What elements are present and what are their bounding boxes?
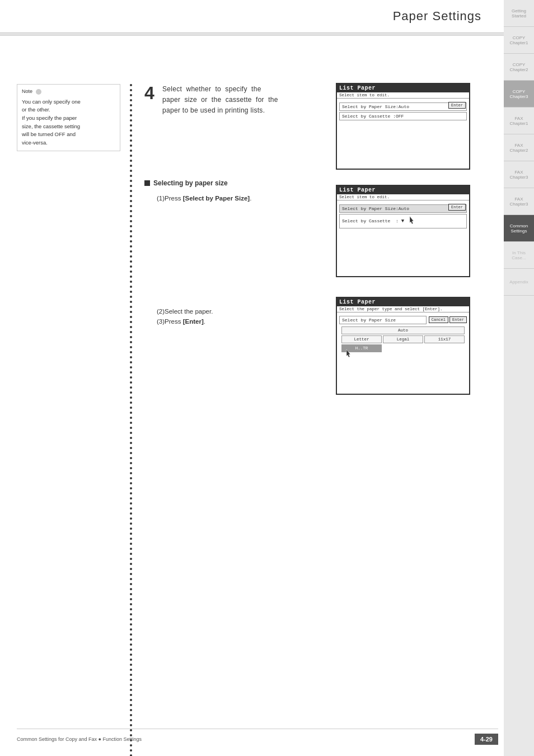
footer: Common Settings for Copy and Fax ● Funct… (17, 729, 498, 745)
page-header: Paper Settings (0, 0, 504, 34)
footer-text: Common Settings for Copy and Fax ● Funct… (17, 736, 142, 742)
sidebar-item-common-settings[interactable]: Common Settings (504, 215, 534, 242)
screen3-enter-btn[interactable]: Enter (449, 316, 467, 323)
sidebar-item-fax1[interactable]: FAX Chapter1 (504, 108, 534, 134)
screen2-body: Enter Select by Paper Size:Auto Select b… (337, 200, 469, 232)
note-circle-icon (36, 89, 41, 95)
screen-mockup-1: List Paper Select item to edit. Enter Se… (336, 83, 470, 170)
sidebar-item-getting-started[interactable]: Getting Started (504, 0, 534, 27)
sub-step-1: (1)Press [Select by Paper Size]. (157, 195, 251, 202)
sidebar-item-copy1[interactable]: COPY Chapter1 (504, 27, 534, 54)
screen3-subtitle: Select the paper type and select [Enter]… (337, 306, 469, 312)
cursor2-icon (344, 349, 354, 360)
screen2-row-2: Select by Cassette : ▼ (339, 214, 467, 228)
sub-step-2: (2)Select the paper. (157, 308, 213, 315)
screen3-paper-legal[interactable]: Legal (383, 335, 423, 343)
sidebar-item-in-this-case[interactable]: In This Case... (504, 242, 534, 269)
screen1-row-2: Select by Cassette :OFF (339, 112, 467, 120)
sidebar-item-fax3b[interactable]: FAX Chapter3 (504, 188, 534, 215)
screen3-body: Select by Paper Size Cancel Enter Auto L… (337, 312, 469, 363)
footer-page: 4-29 (475, 734, 498, 745)
screen2-row-1: Select by Paper Size:Auto (339, 204, 467, 213)
note-content: You can only specify oneor the other.If … (22, 98, 115, 147)
screen1-row-1: Select by Paper Size:Auto (339, 102, 467, 111)
screen2-title: List Paper (337, 186, 469, 194)
bullet-square-icon (144, 180, 150, 186)
sidebar-item-copy3[interactable]: COPY Chapter3 (504, 81, 534, 108)
note-label-text: Note (22, 88, 32, 96)
note-box: Note You can only specify oneor the othe… (17, 84, 120, 151)
screen-mockup-2: List Paper Select item to edit. Enter Se… (336, 185, 470, 277)
step-instruction: Select whether to specify the paper size… (162, 84, 325, 116)
screen2-subtitle: Select item to edit. (337, 194, 469, 200)
screen1-body: Enter Select by Paper Size:Auto Select b… (337, 99, 469, 124)
step-number: 4 (144, 83, 154, 104)
sidebar-item-fax2[interactable]: FAX Chapter2 (504, 134, 534, 161)
sidebar: Getting Started COPY Chapter1 COPY Chapt… (504, 0, 534, 756)
screen3-paper-11x17[interactable]: 11x17 (424, 335, 465, 343)
screen2-enter-btn[interactable]: Enter (448, 204, 466, 211)
sub-section-label: Selecting by paper size (153, 179, 228, 187)
sub-step-3: (3)Press [Enter]. (157, 318, 205, 325)
sidebar-item-appendix[interactable]: Appendix (504, 269, 534, 296)
header-divider (0, 35, 504, 35)
screen1-enter-btn[interactable]: Enter (448, 102, 466, 109)
screen3-title: List Paper (337, 298, 469, 306)
screen3-paper-auto[interactable]: Auto (341, 326, 465, 334)
cursor-icon (407, 216, 417, 227)
screen1-subtitle: Select item to edit. (337, 92, 469, 99)
dots-column (128, 84, 134, 700)
page-title: Paper Settings (393, 9, 481, 24)
sub-section-title: Selecting by paper size (144, 179, 228, 187)
sidebar-item-copy2[interactable]: COPY Chapter2 (504, 54, 534, 81)
screen3-paper-letter[interactable]: Letter (341, 335, 382, 343)
screen1-title: List Paper (337, 84, 469, 92)
screen3-row-label: Select by Paper Size (339, 316, 427, 324)
screen3-cancel-btn[interactable]: Cancel (429, 316, 448, 323)
screen-mockup-3: List Paper Select the paper type and sel… (336, 297, 470, 395)
sidebar-item-fax3a[interactable]: FAX Chapter3 (504, 161, 534, 188)
